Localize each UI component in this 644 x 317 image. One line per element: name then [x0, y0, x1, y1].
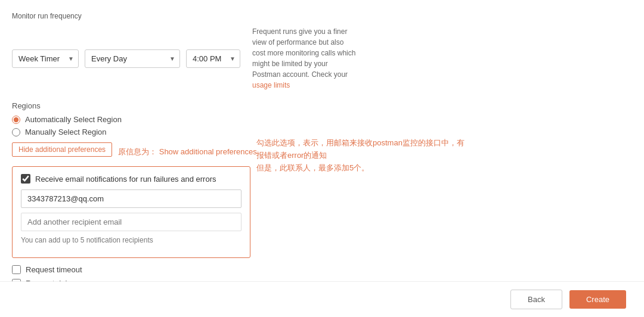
auto-region-row: Automatically Select Region: [12, 115, 358, 124]
auto-region-radio[interactable]: [12, 116, 20, 124]
frequency-label: Monitor run frequency: [12, 12, 358, 20]
back-button[interactable]: Back: [510, 290, 562, 309]
request-timeout-checkbox[interactable]: [12, 265, 21, 274]
day-select[interactable]: Every DayEvery MondayEvery TuesdayEvery …: [85, 49, 180, 68]
annotation: 勾选此选项，表示，用邮箱来接收postman监控的接口中，有报错或者error的…: [256, 137, 471, 174]
email-notif-row: Receive email notifications for run fail…: [21, 174, 242, 184]
create-button[interactable]: Create: [569, 290, 626, 309]
email-input[interactable]: [21, 189, 242, 208]
prefs-box: Receive email notifications for run fail…: [12, 166, 250, 258]
time-select-wrapper: 4:00 PM5:00 PM6:00 PM7:00 PM8:00 PM ▼: [186, 49, 240, 68]
hide-prefs-button[interactable]: Hide additional preferences: [12, 142, 112, 157]
manual-region-radio[interactable]: [12, 128, 20, 136]
add-recipient-input[interactable]: [21, 213, 242, 231]
auto-region-label: Automatically Select Region: [25, 115, 122, 124]
request-timeout-label: Request timeout: [26, 265, 82, 274]
bottom-bar: Back Create: [0, 281, 644, 317]
annotation-text: 勾选此选项，表示，用邮箱来接收postman监控的接口中，有报错或者error的…: [256, 138, 465, 172]
manual-region-label: Manually Select Region: [25, 128, 107, 136]
recipients-hint: You can add up to 5 notification recipie…: [21, 236, 242, 244]
manual-region-row: Manually Select Region: [12, 128, 358, 136]
usage-limits-link[interactable]: usage limits: [252, 81, 290, 89]
timer-select-wrapper: Week TimerDay TimerHour Timer ▼: [12, 49, 79, 68]
regions-title: Regions: [12, 101, 358, 110]
request-timeout-row: Request timeout: [12, 265, 358, 274]
time-select[interactable]: 4:00 PM5:00 PM6:00 PM7:00 PM8:00 PM: [186, 49, 240, 68]
timer-select[interactable]: Week TimerDay TimerHour Timer: [12, 49, 79, 68]
day-select-wrapper: Every DayEvery MondayEvery TuesdayEvery …: [85, 49, 180, 68]
original-info: 原信息为： Show additional preferences: [118, 147, 257, 157]
email-notif-checkbox[interactable]: [21, 174, 30, 184]
email-notif-label: Receive email notifications for run fail…: [35, 175, 216, 184]
frequency-info: Frequent runs give you a finer view of p…: [252, 26, 358, 91]
